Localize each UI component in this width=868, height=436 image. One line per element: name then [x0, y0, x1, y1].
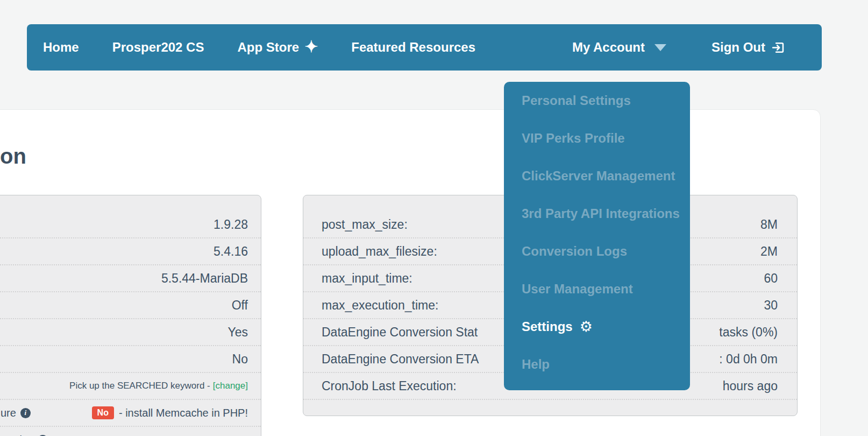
- menu-item-clickserver-management[interactable]: ClickServer Management: [504, 157, 690, 195]
- row-value: : 0d 0h 0m: [719, 352, 778, 367]
- row-value: 30: [764, 298, 778, 313]
- partial-row: Device i: [0, 427, 261, 436]
- nav-left-group: Home Prosper202 CS App Store ✦ Featured …: [27, 39, 475, 55]
- menu-label: VIP Perks Profile: [522, 131, 625, 146]
- row-value: tasks (0%): [719, 325, 778, 340]
- partial-row-label: Device i: [1, 434, 48, 436]
- menu-label: ClickServer Management: [522, 168, 675, 184]
- row-value: hours ago: [723, 379, 778, 393]
- row-label: max_execution_time:: [322, 298, 438, 313]
- menu-item-settings[interactable]: Settings ⚙: [504, 308, 690, 346]
- nav-home-label: Home: [43, 40, 79, 55]
- memcache-status-text: - install Memcache in PHP!: [119, 407, 248, 419]
- memcache-row: ure i No - install Memcache in PHP!: [0, 400, 261, 427]
- table-row: 5.4.16: [0, 238, 261, 265]
- status-badge: No: [92, 406, 114, 419]
- table-row: Off: [0, 292, 261, 319]
- menu-item-help[interactable]: Help: [504, 346, 690, 383]
- nav-item-my-account[interactable]: My Account: [572, 40, 666, 55]
- menu-label: Personal Settings: [522, 93, 631, 108]
- menu-label: Settings: [522, 319, 573, 334]
- sign-out-label: Sign Out: [712, 40, 765, 55]
- row-label: DataEngine Conversion Stat: [322, 325, 478, 340]
- gear-icon: ⚙: [580, 320, 593, 334]
- top-navbar: Home Prosper202 CS App Store ✦ Featured …: [27, 24, 822, 71]
- menu-label: Conversion Logs: [522, 244, 627, 259]
- nav-right-group: My Account Sign Out: [572, 40, 822, 55]
- page-title: on: [0, 144, 26, 168]
- nav-app-store-label: App Store: [237, 40, 299, 55]
- memcache-label: ure i: [1, 407, 31, 419]
- memcache-label-text: ure: [1, 407, 16, 419]
- nav-item-prosper202-cs[interactable]: Prosper202 CS: [112, 40, 204, 55]
- searched-keyword-text: Pick up the SEARCHED keyword -: [69, 381, 210, 391]
- change-link[interactable]: [change]: [213, 381, 248, 391]
- menu-item-3rd-party-api-integrations[interactable]: 3rd Party API Integrations: [504, 195, 690, 233]
- menu-label: User Management: [522, 282, 633, 297]
- nav-item-home[interactable]: Home: [43, 40, 79, 55]
- server-info-panel: 1.9.28 5.4.16 5.5.44-MariaDB Off Yes No …: [0, 195, 261, 436]
- menu-label: Help: [522, 357, 550, 372]
- nav-featured-label: Featured Resources: [351, 40, 475, 55]
- row-value: 1.9.28: [214, 217, 248, 232]
- partial-label-text: Device: [1, 434, 33, 436]
- menu-item-vip-perks-profile[interactable]: VIP Perks Profile: [504, 119, 690, 157]
- sparkle-star-icon: ✦: [304, 39, 318, 55]
- row-value: 2M: [760, 244, 778, 259]
- menu-label: 3rd Party API Integrations: [522, 206, 680, 221]
- row-value: 5.5.44-MariaDB: [161, 271, 248, 286]
- row-value: 5.4.16: [214, 244, 248, 259]
- chevron-down-icon: [654, 44, 666, 51]
- sign-out-icon: [771, 40, 785, 55]
- row-value: 8M: [760, 217, 778, 232]
- menu-item-personal-settings[interactable]: Personal Settings: [504, 82, 690, 119]
- nav-item-sign-out[interactable]: Sign Out: [712, 40, 785, 55]
- row-label: DataEngine Conversion ETA: [322, 352, 479, 367]
- nav-item-featured-resources[interactable]: Featured Resources: [351, 40, 475, 55]
- row-value: Off: [232, 298, 248, 313]
- menu-item-conversion-logs[interactable]: Conversion Logs: [504, 233, 690, 270]
- info-icon[interactable]: i: [20, 408, 31, 418]
- row-label: post_max_size:: [322, 217, 408, 232]
- searched-keyword-row: Pick up the SEARCHED keyword - [change]: [0, 373, 261, 400]
- my-account-dropdown: Personal Settings VIP Perks Profile Clic…: [504, 82, 690, 390]
- table-row: No: [0, 346, 261, 373]
- table-row: 1.9.28: [0, 212, 261, 238]
- nav-item-app-store[interactable]: App Store ✦: [237, 39, 318, 55]
- memcache-status: No - install Memcache in PHP!: [92, 406, 248, 419]
- row-label: upload_max_filesize:: [322, 244, 437, 259]
- row-value: No: [232, 352, 248, 367]
- row-label: max_input_time:: [322, 271, 412, 286]
- table-row: Yes: [0, 319, 261, 346]
- row-value: Yes: [227, 325, 248, 340]
- my-account-label: My Account: [572, 40, 645, 55]
- row-label: CronJob Last Execution:: [322, 379, 457, 393]
- row-value: 60: [764, 271, 778, 286]
- nav-prosper202-label: Prosper202 CS: [112, 40, 204, 55]
- menu-item-user-management[interactable]: User Management: [504, 270, 690, 308]
- table-row: 5.5.44-MariaDB: [0, 265, 261, 292]
